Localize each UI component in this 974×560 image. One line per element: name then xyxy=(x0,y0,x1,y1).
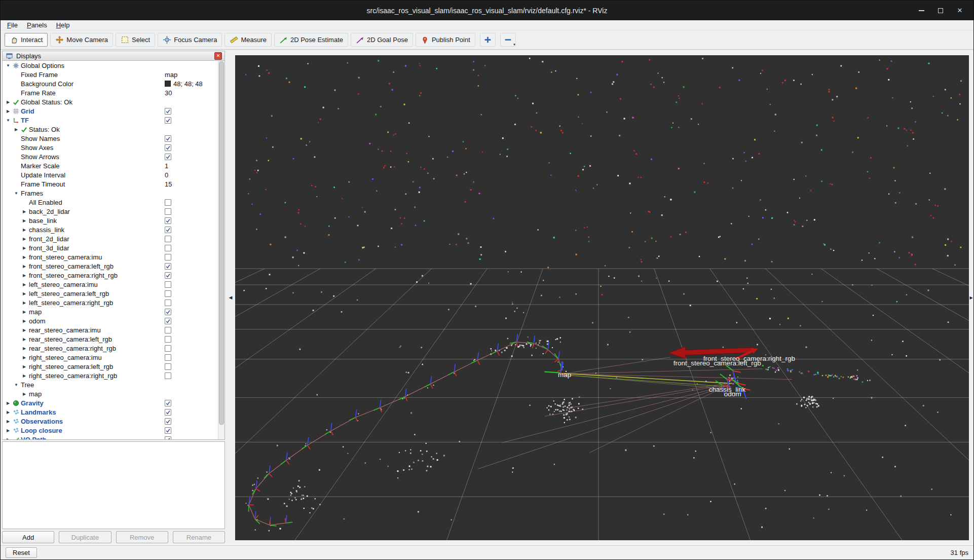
tree-row-right-stereo-camera-right-rgb[interactable]: ▶right_stereo_camera:right_rgb xyxy=(3,371,218,380)
checkbox-left-stereo-camera-imu[interactable] xyxy=(165,281,171,288)
remove-button[interactable]: Remove xyxy=(116,531,168,543)
property-value[interactable]: 15 xyxy=(165,180,172,188)
rename-button[interactable]: Rename xyxy=(173,531,225,543)
checkbox-grid[interactable] xyxy=(165,108,171,115)
expand-icon[interactable]: ▶ xyxy=(21,310,28,314)
expand-icon[interactable]: ▶ xyxy=(5,437,12,440)
tool-2d-pose-estimate[interactable]: 2D Pose Estimate xyxy=(274,33,348,47)
tree-row-update-interval[interactable]: Update Interval0 xyxy=(3,170,218,179)
tree-row-tf[interactable]: ▼TF xyxy=(3,116,218,125)
tree-row-front-2d-lidar[interactable]: ▶front_2d_lidar xyxy=(3,234,218,243)
checkbox-right-stereo-camera-left-rgb[interactable] xyxy=(165,363,171,370)
tool-options-arrow-icon[interactable]: ▾ xyxy=(513,43,515,47)
tree-row-vo-path[interactable]: ▶VO Path xyxy=(3,435,218,439)
tree-row-map[interactable]: ▶map xyxy=(3,307,218,316)
expand-icon[interactable]: ▶ xyxy=(5,109,12,114)
tree-row-base-link[interactable]: ▶base_link xyxy=(3,216,218,225)
tree-row-front-3d-lidar[interactable]: ▶front_3d_lidar xyxy=(3,243,218,252)
tree-row-frame-rate[interactable]: Frame Rate30 xyxy=(3,88,218,97)
reset-button[interactable]: Reset xyxy=(6,547,37,558)
property-value[interactable]: 1 xyxy=(165,162,168,170)
checkbox-vo-path[interactable] xyxy=(165,436,171,440)
checkbox-all-enabled[interactable] xyxy=(165,199,171,206)
tree-row-background-color[interactable]: Background Color48; 48; 48 xyxy=(3,79,218,88)
menu-help[interactable]: Help xyxy=(52,21,74,29)
checkbox-rear-stereo-camera-left-rgb[interactable] xyxy=(165,336,171,343)
expand-icon[interactable]: ▶ xyxy=(5,419,12,424)
tree-row-marker-scale[interactable]: Marker Scale1 xyxy=(3,161,218,170)
checkbox-left-stereo-camera-left-rgb[interactable] xyxy=(165,290,171,297)
expand-icon[interactable]: ▶ xyxy=(21,209,28,214)
checkbox-front-stereo-camera-right-rgb[interactable] xyxy=(165,272,171,279)
3d-viewport[interactable]: front_stereo_camera:right_rgbfront_stere… xyxy=(235,55,969,540)
expand-icon[interactable]: ▶ xyxy=(21,355,28,360)
tree-row-left-stereo-camera-imu[interactable]: ▶left_stereo_camera:imu xyxy=(3,280,218,289)
property-value[interactable]: map xyxy=(165,71,177,79)
tool-publish-point[interactable]: Publish Point xyxy=(416,33,475,47)
expand-icon[interactable]: ▶ xyxy=(21,273,28,278)
expand-icon[interactable]: ▶ xyxy=(21,374,28,378)
tree-row-global-status-ok[interactable]: ▶Global Status: Ok xyxy=(3,97,218,106)
expand-icon[interactable]: ▶ xyxy=(21,237,28,241)
checkbox-front-2d-lidar[interactable] xyxy=(165,236,171,242)
tree-row-show-axes[interactable]: Show Axes xyxy=(3,143,218,152)
tree-row-fixed-frame[interactable]: Fixed Framemap xyxy=(3,70,218,79)
expand-icon[interactable]: ▶ xyxy=(5,410,12,415)
right-collapse-handle[interactable]: ▶ xyxy=(969,50,973,545)
expand-icon[interactable]: ▶ xyxy=(21,264,28,269)
expand-icon[interactable]: ▶ xyxy=(21,337,28,342)
tree-row-show-names[interactable]: Show Names xyxy=(3,134,218,143)
tree-row-right-stereo-camera-left-rgb[interactable]: ▶right_stereo_camera:left_rgb xyxy=(3,362,218,371)
tree-row-chassis-link[interactable]: ▶chassis_link xyxy=(3,225,218,234)
tree-row-odom[interactable]: ▶odom xyxy=(3,316,218,325)
expand-icon[interactable]: ▶ xyxy=(5,428,12,433)
expand-icon[interactable]: ▶ xyxy=(21,291,28,296)
checkbox-chassis-link[interactable] xyxy=(165,227,171,233)
tree-row-front-stereo-camera-right-rgb[interactable]: ▶front_stereo_camera:right_rgb xyxy=(3,271,218,280)
checkbox-landmarks[interactable] xyxy=(165,409,171,416)
displays-panel-header[interactable]: Displays ✕ xyxy=(2,51,225,61)
add-button[interactable]: Add xyxy=(2,531,54,543)
tree-row-all-enabled[interactable]: All Enabled xyxy=(3,198,218,207)
tree-row-gravity[interactable]: ▶Gravity xyxy=(3,398,218,407)
expand-icon[interactable]: ▶ xyxy=(5,100,12,104)
checkbox-loop-closure[interactable] xyxy=(165,427,171,434)
tree-row-left-stereo-camera-left-rgb[interactable]: ▶left_stereo_camera:left_rgb xyxy=(3,289,218,298)
checkbox-tf[interactable] xyxy=(165,117,171,124)
tree-row-tree[interactable]: ▼Tree xyxy=(3,380,218,389)
expand-icon[interactable]: ▶ xyxy=(21,392,28,396)
collapse-icon[interactable]: ▼ xyxy=(13,191,20,196)
tool-remove-tool[interactable]: ▾ xyxy=(500,33,516,47)
expand-icon[interactable]: ▶ xyxy=(21,346,28,351)
tree-row-rear-stereo-camera-right-rgb[interactable]: ▶rear_stereo_camera:right_rgb xyxy=(3,344,218,353)
property-value[interactable]: 30 xyxy=(165,89,172,97)
tree-row-frame-timeout[interactable]: Frame Timeout15 xyxy=(3,179,218,189)
tree-row-loop-closure[interactable]: ▶Loop closure xyxy=(3,426,218,435)
tree-scrollbar[interactable] xyxy=(218,61,224,439)
checkbox-gravity[interactable] xyxy=(165,400,171,406)
checkbox-front-stereo-camera-left-rgb[interactable] xyxy=(165,263,171,270)
collapse-icon[interactable]: ▼ xyxy=(13,383,20,387)
expand-icon[interactable]: ▶ xyxy=(5,401,12,405)
color-swatch[interactable] xyxy=(165,81,171,87)
tree-row-left-stereo-camera-right-rgb[interactable]: ▶left_stereo_camera:right_rgb xyxy=(3,298,218,307)
expand-icon[interactable]: ▶ xyxy=(21,228,28,232)
expand-icon[interactable]: ▶ xyxy=(21,301,28,305)
property-value[interactable]: 48; 48; 48 xyxy=(173,80,203,88)
checkbox-show-axes[interactable] xyxy=(165,144,171,151)
checkbox-rear-stereo-camera-right-rgb[interactable] xyxy=(165,345,171,352)
expand-icon[interactable]: ▶ xyxy=(21,364,28,369)
tool-select[interactable]: Select xyxy=(116,33,155,47)
tree-row-global-options[interactable]: ▼Global Options xyxy=(3,61,218,70)
duplicate-button[interactable]: Duplicate xyxy=(59,531,111,543)
tree-row-back-2d-lidar[interactable]: ▶back_2d_lidar xyxy=(3,207,218,216)
panel-collapse-handle[interactable]: ◀ xyxy=(226,50,235,545)
tool-measure[interactable]: Measure xyxy=(224,33,272,47)
tree-scrollbar-thumb[interactable] xyxy=(219,61,224,425)
tree-row-show-arrows[interactable]: Show Arrows xyxy=(3,152,218,161)
checkbox-map[interactable] xyxy=(165,309,171,315)
tree-row-rear-stereo-camera-left-rgb[interactable]: ▶rear_stereo_camera:left_rgb xyxy=(3,334,218,344)
checkbox-rear-stereo-camera-imu[interactable] xyxy=(165,327,171,333)
checkbox-left-stereo-camera-right-rgb[interactable] xyxy=(165,300,171,306)
tool-move-camera[interactable]: Move Camera xyxy=(50,33,113,47)
